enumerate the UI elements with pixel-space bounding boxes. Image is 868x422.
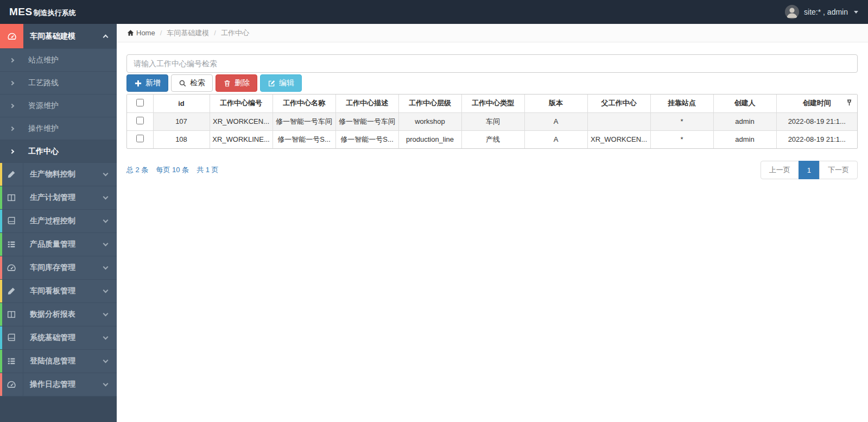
sidebar-group-label: 车间看板管理 — [30, 286, 75, 296]
sidebar-group-inventory-management[interactable]: 车间库存管理 — [0, 256, 117, 280]
user-menu[interactable]: site:* , admin — [785, 5, 868, 19]
column-header-name[interactable]: 工作中心名称 — [273, 95, 335, 112]
column-header-version[interactable]: 版本 — [524, 95, 587, 112]
chevron-right-icon — [10, 149, 14, 153]
chevron-up-icon — [103, 35, 109, 40]
cell-version: A — [524, 130, 587, 148]
chevron-down-icon — [103, 288, 109, 293]
chevron-down-icon — [103, 264, 109, 270]
add-button[interactable]: 新增 — [126, 74, 168, 92]
home-icon — [127, 29, 134, 36]
table-row[interactable]: 108 XR_WORKLINE... 修一智能一号S... 修一智能一号S...… — [127, 130, 857, 148]
cell-version: A — [524, 112, 587, 130]
table-row[interactable]: 107 XR_WORKCEN... 修一智能一号车间 修一智能一号车间 work… — [127, 112, 857, 130]
sidebar-group-label: 生产过程控制 — [30, 216, 75, 226]
columns-icon — [0, 186, 23, 209]
breadcrumb-home-label: Home — [136, 29, 155, 37]
search-input[interactable] — [126, 54, 858, 73]
sidebar-group-board-management[interactable]: 车间看板管理 — [0, 280, 117, 303]
cell-created-time: 2022-08-19 21:1... — [776, 130, 857, 148]
sidebar-group-operation-log[interactable]: 操作日志管理 — [0, 373, 117, 396]
sidebar: 车间基础建模 站点维护 工艺路线 资源维护 操作维护 工作中心 生产物料控制 生… — [0, 24, 117, 422]
column-header-station[interactable]: 挂靠站点 — [650, 95, 713, 112]
sidebar-item-label: 操作维护 — [28, 124, 59, 134]
breadcrumb-home-link[interactable]: Home — [127, 29, 155, 37]
cell-name: 修一智能一号车间 — [273, 112, 335, 130]
select-all-checkbox[interactable] — [136, 99, 144, 106]
sidebar-item-label: 工作中心 — [28, 147, 59, 156]
sidebar-item-station-maintenance[interactable]: 站点维护 — [0, 49, 117, 72]
sidebar-group-workshop-modeling[interactable]: 车间基础建模 — [0, 24, 117, 49]
sidebar-group-quality-management[interactable]: 产品质量管理 — [0, 233, 117, 256]
sidebar-group-label: 产品质量管理 — [30, 240, 75, 249]
sidebar-item-label: 资源维护 — [28, 101, 59, 111]
column-header-parent[interactable]: 父工作中心 — [587, 95, 650, 112]
cell-parent — [587, 112, 650, 130]
caret-down-icon — [854, 11, 858, 14]
search-button[interactable]: 检索 — [171, 74, 213, 92]
list-icon — [0, 233, 23, 256]
breadcrumb-item[interactable]: 车间基础建模 — [167, 28, 209, 38]
chevron-down-icon — [103, 358, 109, 363]
cell-id: 108 — [153, 130, 210, 148]
cell-level: production_line — [398, 130, 461, 148]
sidebar-group-login-info[interactable]: 登陆信息管理 — [0, 350, 117, 373]
column-header-id[interactable]: id — [153, 95, 210, 112]
sidebar-group-label: 登陆信息管理 — [30, 356, 75, 366]
sidebar-group-label: 生产物料控制 — [30, 169, 75, 179]
sidebar-group-label: 车间库存管理 — [30, 263, 75, 273]
column-header-type[interactable]: 工作中心类型 — [461, 95, 524, 112]
next-page-button[interactable]: 下一页 — [819, 161, 858, 179]
column-header-label: 创建时间 — [803, 99, 831, 107]
list-icon — [0, 350, 23, 373]
chevron-down-icon — [103, 241, 109, 247]
prev-page-button[interactable]: 上一页 — [761, 161, 799, 179]
chevron-right-icon — [10, 103, 14, 108]
row-checkbox[interactable] — [136, 135, 144, 142]
column-header-creator[interactable]: 创建人 — [713, 95, 776, 112]
brand-logo[interactable]: MES 制造执行系统 — [0, 6, 76, 18]
sidebar-item-process-route[interactable]: 工艺路线 — [0, 72, 117, 95]
gauge-icon — [0, 256, 23, 279]
column-header-level[interactable]: 工作中心层级 — [398, 95, 461, 112]
top-navbar: MES 制造执行系统 site:* , admin — [0, 0, 868, 24]
current-page-button[interactable]: 1 — [799, 161, 820, 179]
edit-button-label: 编辑 — [279, 78, 294, 88]
sidebar-item-work-center[interactable]: 工作中心 — [0, 140, 117, 163]
row-checkbox[interactable] — [136, 117, 144, 124]
user-label: site:* , admin — [804, 8, 848, 16]
gauge-icon — [0, 373, 23, 396]
sidebar-group-data-analysis[interactable]: 数据分析报表 — [0, 303, 117, 326]
sidebar-group-label: 系统基础管理 — [30, 333, 75, 343]
column-header-created-time[interactable]: 创建时间 — [776, 95, 857, 112]
column-header-description[interactable]: 工作中心描述 — [335, 95, 398, 112]
cell-parent: XR_WORKCEN... — [587, 130, 650, 148]
chevron-right-icon — [10, 58, 14, 62]
avatar — [785, 5, 799, 19]
cell-id: 107 — [153, 112, 210, 130]
book-icon — [0, 210, 23, 232]
chevron-right-icon — [10, 80, 14, 85]
sidebar-item-label: 工艺路线 — [28, 78, 59, 88]
cell-creator: admin — [713, 112, 776, 130]
column-header-code[interactable]: 工作中心编号 — [210, 95, 273, 112]
sidebar-group-process-control[interactable]: 生产过程控制 — [0, 210, 117, 233]
cell-code: XR_WORKLINE... — [210, 130, 273, 148]
sidebar-group-system-management[interactable]: 系统基础管理 — [0, 326, 117, 350]
sidebar-group-plan-management[interactable]: 生产计划管理 — [0, 186, 117, 210]
chevron-down-icon — [103, 194, 109, 200]
pencil-icon — [0, 280, 23, 303]
pin-icon[interactable] — [847, 99, 852, 106]
chevron-down-icon — [103, 218, 109, 223]
sidebar-item-operation-maintenance[interactable]: 操作维护 — [0, 117, 117, 140]
table-header-row: id 工作中心编号 工作中心名称 工作中心描述 工作中心层级 工作中心类型 版本… — [127, 95, 857, 112]
edit-button[interactable]: 编辑 — [260, 74, 302, 92]
cell-description: 修一智能一号车间 — [335, 112, 398, 130]
cell-station: * — [650, 112, 713, 130]
search-icon — [179, 79, 187, 87]
sidebar-item-resource-maintenance[interactable]: 资源维护 — [0, 95, 117, 117]
sidebar-group-material-control[interactable]: 生产物料控制 — [0, 163, 117, 186]
chevron-right-icon — [10, 126, 14, 130]
delete-button[interactable]: 删除 — [216, 74, 257, 92]
chevron-down-icon — [103, 311, 109, 317]
